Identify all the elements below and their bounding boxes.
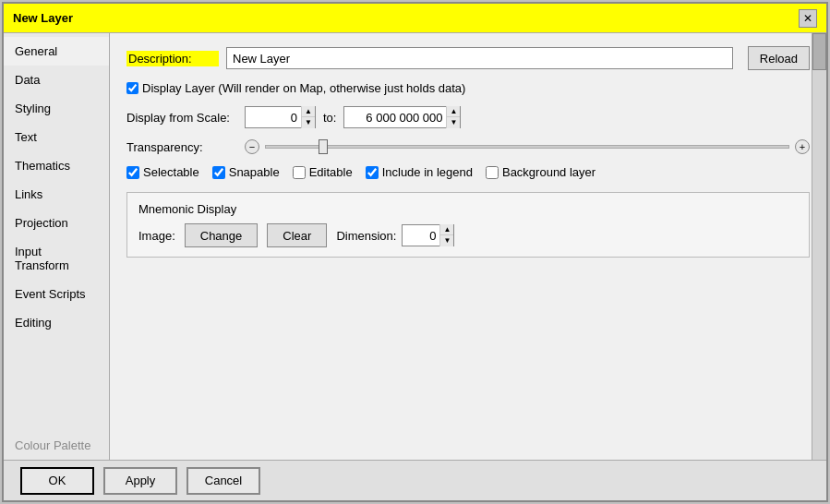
scale-from-wrap: ▲ ▼ bbox=[245, 106, 316, 128]
snapable-checkbox-item: Snapable bbox=[212, 165, 280, 179]
display-layer-checkbox[interactable] bbox=[126, 82, 138, 94]
reload-button[interactable]: Reload bbox=[748, 46, 810, 70]
scale-to-up[interactable]: ▲ bbox=[447, 106, 460, 117]
dimension-spinner: ▲ ▼ bbox=[439, 224, 453, 246]
sidebar-item-general[interactable]: General bbox=[4, 37, 109, 66]
scale-from-down[interactable]: ▼ bbox=[302, 117, 315, 128]
options-checkboxes-row: Selectable Snapable Editable Include in … bbox=[126, 165, 810, 179]
apply-button[interactable]: Apply bbox=[103, 467, 177, 495]
sidebar-item-data[interactable]: Data bbox=[4, 66, 109, 94]
window-title: New Layer bbox=[13, 11, 73, 25]
main-content: Description: Reload Display Layer (Will … bbox=[110, 33, 826, 460]
description-input-wrap bbox=[226, 47, 733, 69]
scale-to-down[interactable]: ▼ bbox=[447, 117, 460, 128]
selectable-checkbox-item: Selectable bbox=[126, 165, 199, 179]
transparency-row: Transparency: − + bbox=[126, 139, 810, 154]
display-layer-row: Display Layer (Will render on Map, other… bbox=[126, 81, 810, 95]
sidebar-item-event-scripts[interactable]: Event Scripts bbox=[4, 280, 109, 308]
snapable-checkbox[interactable] bbox=[212, 166, 225, 179]
mnemonic-row: Image: Change Clear Dimension: ▲ ▼ bbox=[138, 223, 798, 247]
scale-from-input[interactable] bbox=[246, 107, 301, 127]
transparency-thumb[interactable] bbox=[319, 139, 328, 154]
background-layer-label: Background layer bbox=[502, 165, 595, 179]
selectable-checkbox[interactable] bbox=[126, 166, 139, 179]
dialog-body: General Data Styling Text Thematics Link… bbox=[4, 33, 826, 460]
description-label: Description: bbox=[126, 51, 219, 66]
scale-from-spinner: ▲ ▼ bbox=[301, 106, 315, 128]
scale-from-up[interactable]: ▲ bbox=[302, 106, 315, 117]
include-legend-checkbox[interactable] bbox=[366, 166, 379, 179]
scale-to-spinner: ▲ ▼ bbox=[446, 106, 460, 128]
scrollbar-thumb[interactable] bbox=[812, 33, 826, 70]
include-legend-checkbox-item: Include in legend bbox=[366, 165, 473, 179]
editable-label: Editable bbox=[309, 165, 353, 179]
transparency-minus-button[interactable]: − bbox=[245, 139, 259, 154]
sidebar-item-text[interactable]: Text bbox=[4, 123, 109, 151]
dimension-wrap: Dimension: ▲ ▼ bbox=[336, 224, 454, 246]
dimension-down[interactable]: ▼ bbox=[440, 235, 453, 246]
clear-button[interactable]: Clear bbox=[267, 223, 327, 247]
transparency-track bbox=[265, 145, 789, 149]
sidebar-spacer bbox=[4, 337, 109, 431]
sidebar-item-styling[interactable]: Styling bbox=[4, 94, 109, 123]
sidebar-item-links[interactable]: Links bbox=[4, 180, 109, 209]
mnemonic-display-box: Mnemonic Display Image: Change Clear Dim… bbox=[126, 192, 810, 258]
title-bar: New Layer ✕ bbox=[4, 4, 826, 33]
image-label: Image: bbox=[138, 229, 175, 243]
editable-checkbox[interactable] bbox=[293, 166, 306, 179]
scale-to-label: to: bbox=[323, 111, 336, 125]
scale-to-input[interactable] bbox=[344, 107, 446, 127]
display-layer-label: Display Layer (Will render on Map, other… bbox=[142, 81, 465, 95]
dimension-input[interactable] bbox=[403, 227, 439, 245]
close-button[interactable]: ✕ bbox=[799, 9, 817, 28]
change-button[interactable]: Change bbox=[185, 223, 259, 247]
scale-label: Display from Scale: bbox=[126, 111, 237, 125]
colour-palette-label: Colour Palette bbox=[4, 431, 109, 460]
sidebar-item-projection[interactable]: Projection bbox=[4, 209, 109, 237]
sidebar: General Data Styling Text Thematics Link… bbox=[4, 33, 110, 460]
dimension-up[interactable]: ▲ bbox=[440, 224, 453, 235]
new-layer-dialog: New Layer ✕ General Data Styling Text Th… bbox=[2, 2, 828, 502]
sidebar-item-thematics[interactable]: Thematics bbox=[4, 151, 109, 180]
scale-row: Display from Scale: ▲ ▼ to: ▲ ▼ bbox=[126, 106, 810, 128]
dimension-input-wrap: ▲ ▼ bbox=[402, 224, 454, 246]
scale-to-wrap: ▲ ▼ bbox=[343, 106, 461, 128]
background-layer-checkbox[interactable] bbox=[486, 166, 499, 179]
snapable-label: Snapable bbox=[229, 165, 280, 179]
transparency-slider-container: − + bbox=[245, 139, 810, 154]
mnemonic-title: Mnemonic Display bbox=[138, 202, 798, 216]
background-layer-checkbox-item: Background layer bbox=[486, 165, 595, 179]
include-legend-label: Include in legend bbox=[382, 165, 473, 179]
description-row: Description: Reload bbox=[126, 46, 810, 70]
description-input[interactable] bbox=[226, 47, 733, 69]
ok-button[interactable]: OK bbox=[20, 467, 94, 495]
sidebar-item-input-transform[interactable]: Input Transform bbox=[4, 237, 109, 280]
selectable-label: Selectable bbox=[143, 165, 199, 179]
editable-checkbox-item: Editable bbox=[293, 165, 353, 179]
transparency-plus-button[interactable]: + bbox=[795, 139, 810, 154]
footer: OK Apply Cancel bbox=[4, 460, 826, 500]
sidebar-item-editing[interactable]: Editing bbox=[4, 308, 109, 337]
cancel-button[interactable]: Cancel bbox=[186, 467, 260, 495]
vertical-scrollbar[interactable] bbox=[812, 33, 826, 460]
dimension-label: Dimension: bbox=[336, 229, 396, 243]
transparency-label: Transparency: bbox=[126, 140, 237, 154]
